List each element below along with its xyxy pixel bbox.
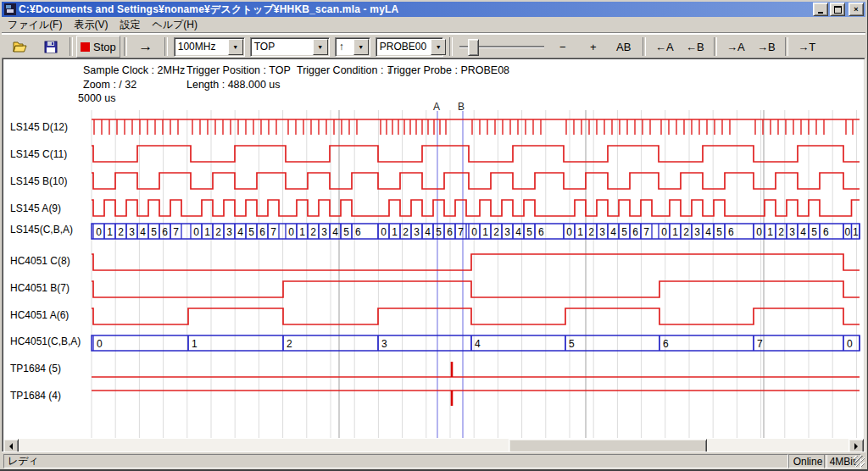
bus-cell-value: 1: [767, 226, 773, 238]
bus-cell-value: 4: [610, 226, 616, 238]
horizontal-scrollbar[interactable]: [3, 439, 864, 452]
bus-cell-value: 0: [97, 338, 103, 350]
bus-cell-value: 7: [757, 338, 763, 350]
bus-cell-value: 6: [663, 338, 669, 350]
bus-cell-value: 3: [226, 226, 232, 238]
trigger-position-info: Trigger Position : TOP: [186, 64, 291, 76]
bus-cell-value: 2: [215, 226, 221, 238]
bus-cell-value: 0: [471, 226, 477, 238]
bus-cell-value: 7: [458, 226, 464, 238]
bus-cell-value: 1: [482, 226, 488, 238]
channel-label-1: LS145 C(11): [10, 148, 67, 160]
bus-cell-value: 3: [599, 226, 605, 238]
channel-label-10: TP1684 (4): [10, 390, 61, 402]
bus-cell-value: 0: [756, 226, 762, 238]
bus-cell-value: 3: [321, 226, 327, 238]
bus-cell-value: 4: [425, 226, 431, 238]
trigger-probe-info: Trigger Probe : PROBE08: [387, 64, 509, 76]
bus-cell-value: 1: [577, 226, 583, 238]
bus-cell-value: 0: [844, 226, 850, 238]
sample-clock-info: Sample Clock : 2MHz: [83, 64, 185, 76]
channel-label-0: LS145 D(12): [10, 121, 68, 133]
length-info: Length : 488.000 us: [186, 79, 281, 91]
bus-cell-value: 1: [107, 226, 113, 238]
bus-cell-value: 6: [728, 226, 734, 238]
bus-cell-value: 5: [811, 226, 817, 238]
bus-cell-value: 2: [310, 226, 316, 238]
bus-cell-value: 7: [173, 226, 179, 238]
bus-cell-value: 1: [672, 226, 678, 238]
channel-label-2: LS145 B(10): [10, 175, 67, 187]
channel-label-8: HC4051(C,B,A): [10, 335, 81, 347]
bus-cell-value: 1: [853, 226, 859, 238]
channel-label-6: HC4051 B(7): [10, 282, 70, 294]
bus-cell-value: 4: [237, 226, 243, 238]
bus-cell-value: 2: [287, 338, 292, 350]
bus-cell-value: 6: [447, 226, 453, 238]
trace-1: [92, 146, 860, 162]
bus-cell-value: 4: [515, 226, 521, 238]
bus-cell-value: 0: [288, 226, 294, 238]
bus-cell-value: 5: [526, 226, 532, 238]
bus-cell-value: 6: [355, 226, 361, 238]
channel-label-4: LS145(C,B,A): [10, 224, 73, 236]
bus-cell-value: 3: [414, 226, 420, 238]
scroll-left-icon: [6, 443, 13, 450]
scroll-right-icon: [854, 443, 861, 450]
channel-label-3: LS145 A(9): [10, 202, 61, 214]
bus-cell-value: 3: [381, 338, 387, 350]
bus-cell-value: 6: [538, 226, 544, 238]
bus-cell-value: 2: [778, 226, 784, 238]
channel-label-7: HC4051 A(6): [10, 309, 69, 321]
bus-cell-value: 7: [643, 226, 649, 238]
bus-cell-value: 2: [118, 226, 124, 238]
timebase-label: 5000 us: [78, 92, 115, 104]
bus-cell-value: 4: [475, 338, 481, 350]
bus-cell-value: 5: [436, 226, 442, 238]
bus-cell-value: 5: [716, 226, 722, 238]
marker-b-label[interactable]: B: [458, 101, 465, 113]
bus-cell-value: 2: [493, 226, 499, 238]
channel-label-5: HC4051 C(8): [10, 255, 70, 267]
trigger-condition-info: Trigger Condition : ↓: [297, 64, 392, 76]
marker-a-label[interactable]: A: [433, 101, 440, 113]
bus-cell-value: 6: [259, 226, 265, 238]
bus-cell-value: 1: [392, 226, 398, 238]
bus-cell-value: 7: [270, 226, 276, 238]
bus-cell-value: 4: [800, 226, 806, 238]
channel-label-9: TP1684 (5): [10, 363, 61, 374]
bus-cell-value: 0: [193, 226, 199, 238]
bus-cell-value: 5: [248, 226, 254, 238]
bus-cell-value: 4: [332, 226, 338, 238]
bus-cell-value: 2: [588, 226, 594, 238]
bus-cell-value: 0: [96, 226, 102, 238]
zoom-info: Zoom : / 32: [83, 79, 136, 91]
online-status: Online: [788, 454, 827, 468]
bus-cell-value: 0: [847, 338, 853, 350]
bus-cell-value: 0: [566, 226, 572, 238]
bus-cell-value: 6: [162, 226, 168, 238]
bus-cell-value: 0: [661, 226, 667, 238]
resize-grip[interactable]: [854, 456, 865, 467]
bus-cell-value: 1: [192, 338, 198, 350]
bus-cell-value: 6: [632, 226, 638, 238]
trace-6: [92, 281, 860, 297]
bus-cell-value: 4: [140, 226, 146, 238]
bus-cell-value: 3: [694, 226, 700, 238]
bus-cell-value: 3: [504, 226, 510, 238]
status-message: レディ: [3, 454, 788, 468]
status-bar: レディ Online 4MBit: [2, 452, 865, 468]
bus-cell-value: 6: [823, 226, 829, 238]
bus-cell-value: 2: [403, 226, 409, 238]
app-window: C:¥Documents and Settings¥noname¥デスクトップ¥…: [0, 0, 868, 471]
bus-cell-value: 2: [683, 226, 689, 238]
bus-cell-value: 3: [789, 226, 795, 238]
trace-5: [92, 254, 860, 270]
bus-cell-value: 0: [381, 226, 387, 238]
bus-cell-value: 1: [299, 226, 305, 238]
trace-7: [92, 308, 860, 324]
trace-2: [92, 173, 860, 189]
bus-cell-value: 5: [621, 226, 627, 238]
bus-cell-value: 5: [151, 226, 157, 238]
bus-cell-value: 5: [569, 338, 575, 350]
